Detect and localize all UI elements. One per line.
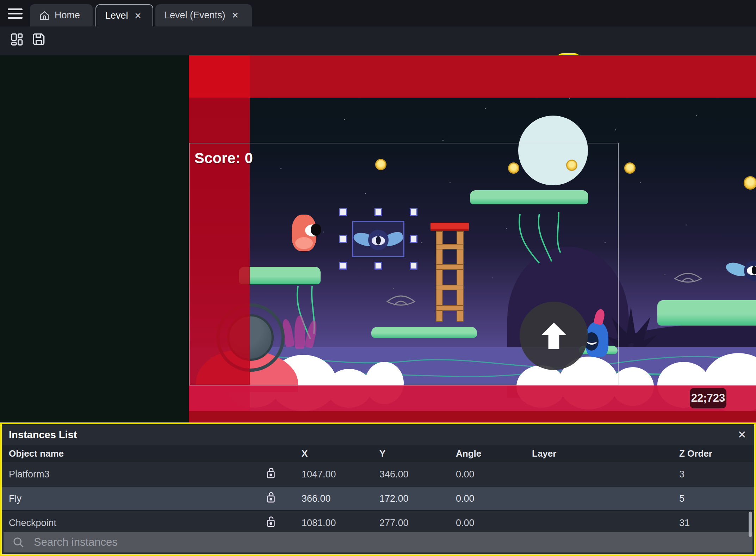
score-text: Score: 0 [194,150,253,167]
coin [744,176,756,190]
save-button[interactable] [31,31,47,47]
instance-angle: 0.00 [456,517,475,528]
selection-handle-e[interactable] [410,235,417,243]
coin [624,162,636,174]
panels-layout-icon [9,31,25,47]
tab-home[interactable]: Home [30,4,93,26]
instance-row[interactable]: Fly 366.00 172.00 0.00 5 [2,486,754,510]
column-angle[interactable]: Angle [456,448,481,459]
instance-x: 1047.00 [302,469,336,480]
instance-row[interactable]: Platform3 1047.00 346.00 0.00 3 [2,462,754,486]
game-scene: Score: 0 22;723 [189,55,756,422]
gdevelop-editor-window: Home Level ✕ Level (Events) ✕ Preview P [0,0,756,556]
red-overlay-top-band [250,55,756,98]
instances-list-panel: Instances List ✕ Object name X Y Angle L… [0,422,756,556]
save-icon [31,31,47,47]
tab-bar: Home Level ✕ Level (Events) ✕ [0,0,756,26]
red-overlay-bottom-band [189,385,756,411]
column-x[interactable]: X [302,448,308,459]
instances-search-bar [4,532,752,552]
home-icon [39,10,50,21]
instance-y: 346.00 [379,469,409,480]
tab-level-events-label: Level (Events) [165,10,225,21]
selection-handle-nw[interactable] [339,208,347,216]
tab-level[interactable]: Level ✕ [95,4,153,26]
panel-scrollbar[interactable] [749,512,752,537]
instance-y: 277.00 [379,517,409,528]
instance-y: 172.00 [379,493,409,504]
instance-z-order: 5 [679,493,684,504]
selection-handle-se[interactable] [410,262,417,270]
tab-level-label: Level [105,10,128,21]
editor-toolbar: Preview Publish [0,26,756,55]
instances-table-header: Object name X Y Angle Layer Z Order [2,445,754,462]
tab-home-label: Home [55,10,80,21]
unlock-icon[interactable] [265,467,277,482]
panel-title-row: Instances List ✕ [2,424,754,445]
instances-rows: Platform3 1047.00 346.00 0.00 3 Fly 366.… [2,462,754,535]
eye-decoration [673,271,703,286]
instance-angle: 0.00 [456,469,475,480]
instance-x: 1081.00 [302,517,336,528]
open-panels-button[interactable] [9,31,25,47]
platform [657,300,756,361]
tab-level-events-close-icon[interactable]: ✕ [230,10,240,21]
red-overlay-top-left [189,55,250,98]
instance-row[interactable]: Checkpoint 1081.00 277.00 0.00 31 [2,510,754,535]
unlock-icon[interactable] [265,515,277,530]
unlock-icon[interactable] [265,491,277,506]
instance-name: Checkpoint [9,517,56,528]
panel-title: Instances List [9,429,77,441]
search-instances-input[interactable] [33,536,752,549]
instance-name: Fly [9,493,21,504]
scene-editor-canvas[interactable]: Score: 0 22;723 [0,55,756,422]
selection-handle-sw[interactable] [339,262,347,270]
column-layer[interactable]: Layer [532,448,556,459]
tab-level-events[interactable]: Level (Events) ✕ [155,4,252,26]
column-object-name[interactable]: Object name [9,448,64,459]
selection-handle-ne[interactable] [410,208,417,216]
column-z-order[interactable]: Z Order [679,448,712,459]
cursor-coordinates-badge: 22;723 [690,388,726,408]
red-overlay-bottom-edge [189,411,756,422]
selection-handle-s[interactable] [374,262,382,270]
panel-close-icon[interactable]: ✕ [738,428,746,441]
instance-z-order: 31 [679,517,690,528]
selection-rectangle[interactable] [352,221,404,257]
instance-x: 366.00 [302,493,331,504]
game-window-frame [189,143,619,385]
selection-handle-w[interactable] [339,235,347,243]
tab-level-close-icon[interactable]: ✕ [133,10,143,21]
column-y[interactable]: Y [379,448,385,459]
selection-handle-n[interactable] [374,208,382,216]
instance-name: Platform3 [9,469,50,480]
instance-angle: 0.00 [456,493,475,504]
hamburger-menu-icon[interactable] [8,8,23,19]
fly-enemy [726,260,756,284]
search-icon [12,536,25,549]
instance-z-order: 3 [679,469,684,480]
